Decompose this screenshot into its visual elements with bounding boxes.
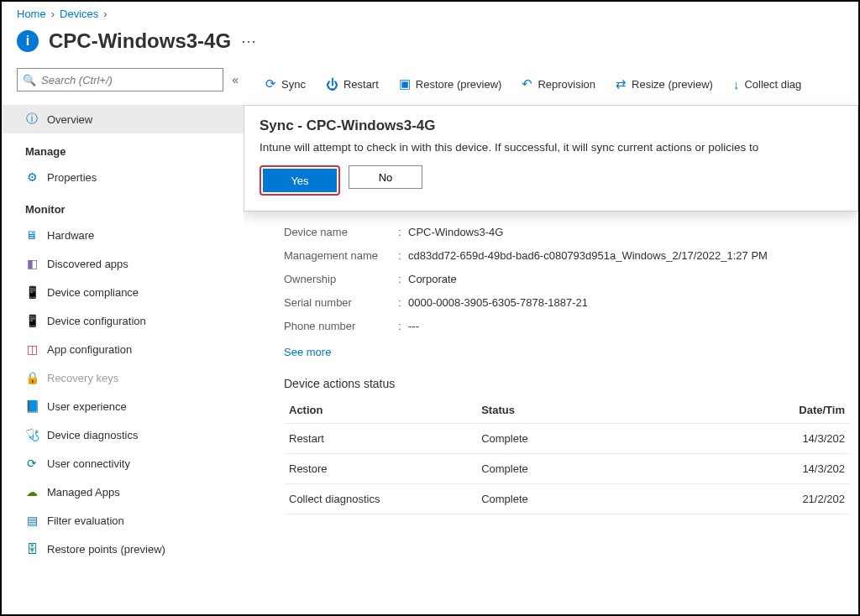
sidebar-item-label: Properties	[47, 171, 97, 184]
sliders-icon: ⚙	[25, 170, 39, 184]
value-serial: 0000-0008-3905-6305-7878-1887-21	[408, 296, 588, 309]
apps-icon: ◧	[25, 257, 39, 270]
sidebar-item-overview[interactable]: ⓘ Overview	[2, 105, 244, 133]
page-title: CPC-Windows3-4G	[49, 29, 231, 53]
yes-highlight-frame: Yes	[260, 165, 340, 196]
command-bar: ⟳Sync ⏻Restart ▣Restore (preview) ↶Repro…	[265, 68, 858, 100]
yes-button[interactable]: Yes	[263, 169, 337, 192]
sidebar-item-device-compliance[interactable]: 📱 Device compliance	[2, 278, 244, 306]
device-actions-table: Action Status Date/Tim Restart Complete …	[284, 397, 850, 514]
resize-icon: ⇄	[616, 76, 627, 91]
sidebar-item-label: Discovered apps	[47, 258, 128, 270]
table-row: Restart Complete 14/3/202	[284, 424, 850, 454]
filter-icon: ▤	[25, 514, 39, 527]
sidebar-item-label: Device configuration	[47, 315, 146, 327]
restore-icon: ▣	[399, 76, 411, 91]
breadcrumb-devices[interactable]: Devices	[60, 8, 98, 20]
value-ownership: Corporate	[408, 273, 457, 285]
collapse-sidebar-icon[interactable]: «	[232, 73, 235, 86]
book-icon: 📘	[25, 399, 39, 413]
info-icon: i	[17, 30, 39, 52]
sidebar-item-user-connectivity[interactable]: ⟳ User connectivity	[2, 449, 244, 478]
chevron-right-icon: ›	[103, 8, 107, 20]
connectivity-icon: ⟳	[25, 457, 39, 470]
sidebar: 🔍 « ⓘ Overview Manage ⚙ Properties Monit…	[2, 68, 244, 610]
sync-button[interactable]: ⟳Sync	[265, 76, 306, 91]
sidebar-section-manage: Manage	[17, 145, 244, 158]
info-icon: ⓘ	[25, 112, 39, 126]
hardware-icon: 🖥	[25, 228, 39, 242]
resize-button[interactable]: ⇄Resize (preview)	[616, 76, 713, 91]
search-icon: 🔍	[23, 74, 36, 86]
sidebar-item-app-configuration[interactable]: ◫ App configuration	[2, 335, 244, 363]
sidebar-item-label: Overview	[47, 113, 92, 126]
sidebar-item-device-diagnostics[interactable]: 🩺 Device diagnostics	[2, 420, 244, 449]
table-row: Restore Complete 14/3/202	[284, 454, 850, 484]
sidebar-item-user-experience[interactable]: 📘 User experience	[2, 392, 244, 420]
sidebar-item-label: User experience	[47, 400, 127, 413]
restore-points-icon: 🗄	[25, 542, 39, 556]
sidebar-section-monitor: Monitor	[17, 203, 244, 216]
sidebar-item-label: Filter evaluation	[47, 514, 124, 527]
dialog-title: Sync - CPC-Windows3-4G	[260, 117, 842, 134]
chevron-right-icon: ›	[51, 8, 55, 20]
value-mgmt-name: cd83dd72-659d-49bd-bad6-c080793d951a_Win…	[408, 249, 768, 262]
label-serial: Serial number	[284, 296, 398, 309]
main-content: ⟳Sync ⏻Restart ▣Restore (preview) ↶Repro…	[244, 68, 858, 610]
reprovision-icon: ↶	[522, 76, 532, 91]
sync-icon: ⟳	[265, 76, 276, 91]
sidebar-item-managed-apps[interactable]: ☁ Managed Apps	[2, 478, 244, 506]
compliance-icon: 📱	[25, 285, 39, 299]
sidebar-item-label: App configuration	[47, 343, 132, 356]
download-icon: ↓	[733, 77, 740, 91]
collect-diag-button[interactable]: ↓Collect diag	[733, 77, 801, 91]
sidebar-item-label: Device diagnostics	[47, 429, 138, 441]
col-date[interactable]: Date/Tim	[703, 397, 850, 424]
reprovision-button[interactable]: ↶Reprovision	[522, 76, 595, 91]
sidebar-item-restore-points[interactable]: 🗄 Restore points (preview)	[2, 535, 244, 563]
value-phone: ---	[408, 320, 419, 332]
device-config-icon: 📱	[25, 314, 39, 327]
sidebar-item-label: Recovery keys	[47, 372, 118, 384]
page-title-row: i CPC-Windows3-4G ⋯	[2, 23, 858, 68]
device-actions-heading: Device actions status	[284, 377, 850, 390]
sidebar-item-discovered-apps[interactable]: ◧ Discovered apps	[2, 249, 244, 278]
see-more-link[interactable]: See more	[284, 346, 331, 358]
more-menu[interactable]: ⋯	[241, 32, 258, 50]
restore-button[interactable]: ▣Restore (preview)	[399, 76, 502, 91]
app-config-icon: ◫	[25, 342, 39, 356]
search-input[interactable]	[41, 74, 218, 86]
device-details: Device name:CPC-Windows3-4G Management n…	[265, 211, 858, 514]
power-icon: ⏻	[326, 77, 338, 91]
label-device-name: Device name	[284, 226, 398, 238]
sidebar-item-filter-evaluation[interactable]: ▤ Filter evaluation	[2, 506, 244, 535]
table-row: Collect diagnostics Complete 21/2/202	[284, 484, 850, 514]
label-mgmt-name: Management name	[284, 249, 398, 262]
search-input-wrap[interactable]: 🔍	[17, 68, 223, 91]
sidebar-item-label: Device compliance	[47, 286, 139, 299]
label-ownership: Ownership	[284, 273, 398, 285]
managed-apps-icon: ☁	[25, 485, 39, 499]
value-device-name: CPC-Windows3-4G	[408, 226, 503, 238]
col-status[interactable]: Status	[476, 397, 703, 424]
sidebar-item-label: Managed Apps	[47, 486, 120, 499]
restart-button[interactable]: ⏻Restart	[326, 77, 379, 91]
lock-icon: 🔒	[25, 371, 39, 384]
breadcrumb-home[interactable]: Home	[17, 8, 46, 20]
sidebar-item-device-configuration[interactable]: 📱 Device configuration	[2, 306, 244, 335]
no-button[interactable]: No	[349, 165, 422, 189]
sidebar-item-recovery-keys: 🔒 Recovery keys	[2, 363, 244, 392]
sidebar-item-label: User connectivity	[47, 457, 130, 470]
sidebar-item-properties[interactable]: ⚙ Properties	[2, 163, 244, 191]
sidebar-item-label: Restore points (preview)	[47, 543, 165, 556]
sidebar-item-label: Hardware	[47, 229, 94, 242]
dialog-body: Intune will attempt to check in with thi…	[260, 141, 842, 154]
label-phone: Phone number	[284, 320, 398, 332]
sync-confirm-dialog: Sync - CPC-Windows3-4G Intune will attem…	[244, 105, 858, 211]
diagnostics-icon: 🩺	[25, 428, 39, 441]
breadcrumb: Home › Devices ›	[2, 2, 858, 23]
sidebar-item-hardware[interactable]: 🖥 Hardware	[2, 221, 244, 249]
col-action[interactable]: Action	[284, 397, 476, 424]
